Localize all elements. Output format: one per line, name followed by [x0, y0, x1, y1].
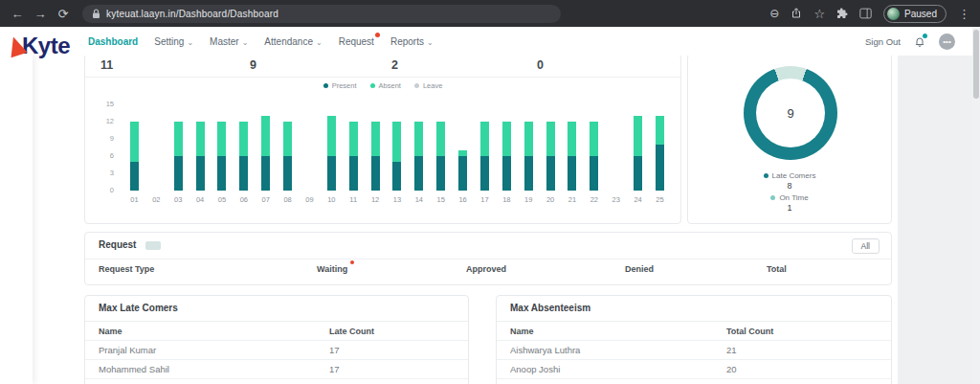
bar-segment-present: [283, 156, 292, 191]
cell-name: Pranjal Kumar: [99, 345, 329, 355]
bar-slot: 14: [408, 104, 430, 204]
bar-segment-absent: [414, 122, 423, 156]
page-right-gutter: [898, 56, 972, 384]
profile-sync-paused-button[interactable]: Paused: [883, 5, 947, 23]
request-card: Request All Request TypeWaitingApprovedD…: [84, 232, 892, 285]
table-row: Anoop Joshi20: [497, 360, 891, 379]
bar-09: [305, 104, 314, 191]
forward-icon[interactable]: →: [29, 7, 52, 21]
bar-22: [590, 104, 598, 191]
absenteeism-title: Max Absenteeism: [510, 303, 590, 313]
cell-name: Anoop Joshi: [510, 364, 726, 374]
zoom-out-icon[interactable]: ⊖: [769, 7, 779, 20]
bar-slot: 01: [123, 104, 145, 204]
cell-value: 17: [329, 364, 455, 374]
bar-13: [392, 104, 401, 191]
chevron-down-icon: ⌄: [316, 38, 323, 47]
bar-06: [239, 104, 248, 191]
bar-segment-absent: [480, 122, 489, 156]
y-axis-tick: 9: [85, 134, 114, 143]
lock-icon: [92, 9, 100, 19]
notification-dot: [923, 34, 927, 38]
bar-slot: 04: [189, 104, 212, 204]
sign-out-link[interactable]: Sign Out: [865, 36, 901, 47]
back-icon[interactable]: ←: [6, 7, 29, 21]
bar-segment-present: [239, 156, 248, 191]
x-axis-label: 06: [240, 195, 248, 204]
header-right: Sign Out •••: [865, 27, 955, 56]
app-header: DashboardSetting⌄Master⌄Attendance⌄Reque…: [0, 27, 980, 56]
all-filter-button[interactable]: All: [852, 238, 880, 254]
address-bar[interactable]: kyteuat.laayn.in/Dashboard/Dashboard: [82, 5, 561, 23]
legend-label: Leave: [423, 81, 442, 90]
x-axis-label: 09: [305, 195, 313, 204]
request-column-waiting: Waiting: [317, 264, 347, 274]
bar-slot: 07: [255, 104, 277, 204]
bar-segment-absent: [656, 116, 664, 145]
bar-17: [480, 104, 489, 191]
collapsed-sidebar: [0, 56, 33, 384]
extensions-puzzle-icon[interactable]: [836, 8, 848, 19]
cell-value: 17: [329, 345, 455, 355]
nav-item-reports[interactable]: Reports⌄: [390, 36, 434, 47]
bar-18: [502, 104, 511, 191]
x-axis-label: 08: [283, 195, 291, 204]
x-axis-label: 23: [612, 195, 620, 204]
y-axis-tick: 3: [85, 169, 114, 177]
table-row: Mohammed Sahil17: [85, 360, 468, 379]
bar-16: [458, 104, 467, 191]
bar-19: [524, 104, 533, 191]
bar-segment-absent: [436, 122, 445, 156]
table-row: Era Ratna17: [85, 379, 468, 384]
bar-segment-present: [261, 156, 270, 191]
chevron-down-icon: ⌄: [242, 38, 249, 47]
bar-slot: 19: [518, 104, 540, 204]
x-axis-label: 24: [634, 195, 641, 204]
bar-slot: 03: [167, 104, 189, 204]
x-axis-label: 15: [437, 195, 445, 204]
bar-25: [656, 104, 664, 191]
bar-segment-present: [546, 156, 555, 191]
max-absenteeism-card: Max Absenteeism NameTotal CountAishwarya…: [496, 295, 892, 384]
nav-item-attendance[interactable]: Attendance⌄: [264, 36, 322, 47]
cell-value: 21: [726, 345, 878, 355]
bar-segment-absent: [283, 122, 292, 156]
user-avatar[interactable]: •••: [939, 34, 955, 50]
bar-chart: 0102030405060708091011121314151617181920…: [123, 104, 671, 204]
bar-segment-present: [634, 156, 642, 191]
donut-legend-dot: [770, 195, 775, 200]
x-axis-label: 04: [196, 195, 204, 204]
nav-item-dashboard[interactable]: Dashboard: [88, 36, 138, 47]
scrollbar-thumb[interactable]: [973, 30, 979, 99]
nav-item-request[interactable]: Request: [339, 36, 374, 47]
nav-item-master[interactable]: Master⌄: [210, 36, 248, 47]
bar-segment-absent: [196, 122, 205, 156]
refresh-icon[interactable]: ⟳: [52, 7, 75, 21]
y-axis-tick: 6: [85, 151, 114, 160]
x-axis-label: 20: [546, 195, 554, 204]
share-icon[interactable]: [791, 8, 802, 19]
y-axis-tick: 0: [85, 186, 114, 194]
bar-slot: 17: [474, 104, 496, 204]
browser-toolbar: ← → ⟳ kyteuat.laayn.in/Dashboard/Dashboa…: [0, 0, 980, 27]
late-comers-donut-card: 9 Late Comers8On Time1: [687, 54, 892, 224]
kyte-logo[interactable]: Kyte: [8, 33, 70, 59]
x-axis-label: 02: [152, 195, 160, 204]
bar-05: [217, 104, 226, 191]
bar-slot: 25: [649, 104, 671, 204]
page-scrollbar[interactable]: [972, 27, 980, 384]
request-title: Request: [99, 239, 136, 250]
table-header-row: NameLate Count: [85, 322, 468, 341]
bar-segment-present: [174, 156, 183, 191]
notification-bell-icon[interactable]: [914, 35, 925, 48]
bookmark-star-icon[interactable]: ☆: [813, 7, 825, 21]
max-late-comers-card: Max Late Comers NameLate CountPranjal Ku…: [84, 295, 469, 384]
divider: [85, 77, 680, 78]
side-panel-icon[interactable]: [859, 8, 872, 19]
chart-legend: PresentAbsentLeave: [85, 81, 680, 90]
bar-slot: 23: [605, 104, 627, 204]
nav-item-setting[interactable]: Setting⌄: [154, 36, 193, 47]
donut-legend-text: Late Comers: [772, 171, 816, 180]
browser-menu-icon[interactable]: ⋮: [958, 7, 970, 21]
profile-avatar: [887, 8, 900, 20]
